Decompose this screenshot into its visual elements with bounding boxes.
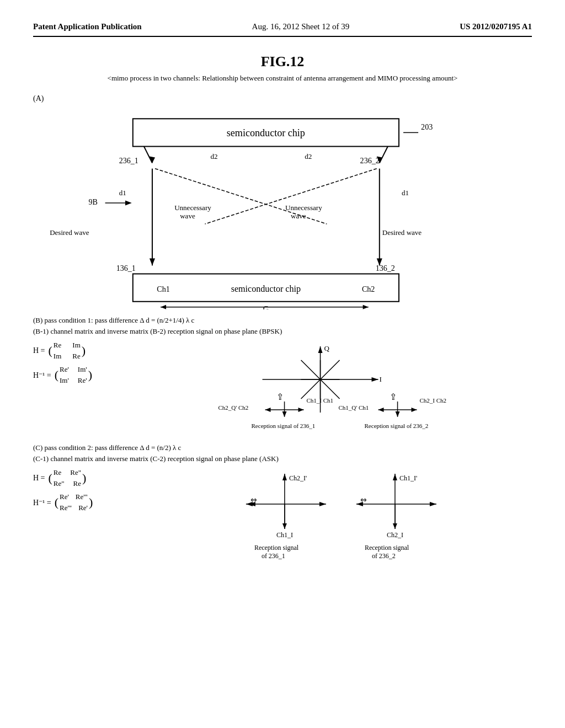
svg-text:wave: wave bbox=[291, 212, 306, 220]
svg-text:⇪: ⇪ bbox=[389, 392, 396, 402]
svg-text:Q: Q bbox=[324, 344, 329, 352]
svg-marker-58 bbox=[411, 408, 417, 412]
svg-text:semiconductor chip: semiconductor chip bbox=[227, 128, 305, 139]
svg-text:Ch2: Ch2 bbox=[362, 285, 375, 293]
header-right: US 2012/0207195 A1 bbox=[460, 22, 532, 31]
phase-diagram-b: Q I Ch2_Q' Ch2 bbox=[109, 341, 532, 437]
condition-b-text: (B) pass condition 1: pass difference Δ … bbox=[33, 315, 532, 326]
svg-text:Ch1_I: Ch1_I bbox=[276, 531, 293, 539]
svg-text:d1: d1 bbox=[402, 189, 409, 197]
section-b: (B) pass condition 1: pass difference Δ … bbox=[33, 315, 532, 336]
svg-marker-53 bbox=[282, 411, 286, 417]
header-center: Aug. 16, 2012 Sheet 12 of 39 bbox=[252, 22, 350, 31]
svg-marker-19 bbox=[150, 259, 155, 266]
svg-text:Ch2_Q' Ch2: Ch2_Q' Ch2 bbox=[218, 404, 248, 411]
svg-marker-79 bbox=[393, 474, 397, 480]
svg-text:wave: wave bbox=[180, 212, 195, 220]
svg-text:⇔: ⇔ bbox=[250, 495, 257, 504]
svg-marker-50 bbox=[265, 408, 270, 412]
condition-c-text: (C) pass condition 2: pass difference Δ … bbox=[33, 442, 532, 453]
svg-text:d1: d1 bbox=[119, 189, 126, 197]
svg-text:236_1: 236_1 bbox=[119, 156, 138, 165]
svg-text:Reception signal of 236_2: Reception signal of 236_2 bbox=[364, 422, 428, 429]
condition-b2-text: (B-1) channel matrix and inverse matrix … bbox=[33, 326, 532, 337]
h-matrix-content: Re Im Im Re bbox=[54, 341, 81, 361]
section-c: (C) pass condition 2: pass difference Δ … bbox=[33, 442, 532, 464]
phase-diagram-c: Ch2_I' ⇔ Ch1_I Ch1_I' bbox=[109, 468, 532, 572]
c-matrix-hinv: H⁻¹ = ( Re' Re'" Re'" Re' ) bbox=[33, 493, 93, 512]
svg-text:⇔: ⇔ bbox=[360, 495, 367, 504]
svg-text:Ch2_I Ch2: Ch2_I Ch2 bbox=[419, 397, 446, 404]
section-a-label: (A) bbox=[33, 94, 532, 103]
b-matrices: H = ( Re Im Im Re ) H⁻¹ = ( bbox=[33, 341, 92, 385]
svg-text:236_2: 236_2 bbox=[360, 156, 380, 165]
hinv-matrix-content: Re' Im' Im' Re' bbox=[60, 365, 87, 385]
svg-marker-60 bbox=[395, 411, 399, 417]
svg-text:Ch2_I: Ch2_I bbox=[387, 531, 403, 539]
svg-marker-39 bbox=[318, 346, 322, 353]
svg-text:of 236_2: of 236_2 bbox=[372, 552, 396, 560]
svg-marker-42 bbox=[371, 377, 378, 382]
svg-text:9B: 9B bbox=[88, 197, 97, 206]
svg-text:of 236_1: of 236_1 bbox=[262, 552, 285, 560]
svg-text:Ch1_I Ch1: Ch1_I Ch1 bbox=[306, 397, 333, 404]
c-h-matrix-content: Re Re" Re" Re bbox=[54, 468, 81, 488]
svg-text:Unnecessary: Unnecessary bbox=[174, 204, 211, 212]
svg-text:Reception signal: Reception signal bbox=[365, 544, 409, 552]
svg-text:d2: d2 bbox=[210, 152, 217, 160]
svg-marker-37 bbox=[363, 305, 369, 309]
c-hinv-matrix-content: Re' Re'" Re'" Re' bbox=[60, 493, 88, 512]
page-header: Patent Application Publication Aug. 16, … bbox=[33, 22, 532, 37]
svg-marker-76 bbox=[282, 523, 287, 529]
c-hinv-label: H⁻¹ = bbox=[33, 498, 51, 507]
fig-subtitle: <mimo process in two channels: Relations… bbox=[33, 73, 532, 83]
section-b-content: H = ( Re Im Im Re ) H⁻¹ = ( bbox=[33, 341, 532, 437]
svg-text:Ch1_Q' Ch1: Ch1_Q' Ch1 bbox=[338, 404, 369, 411]
hinv-label: H⁻¹ = bbox=[33, 371, 51, 380]
b-matrix-hinv: H⁻¹ = ( Re' Im' Im' Re' ) bbox=[33, 365, 92, 385]
svg-text:Desired wave: Desired wave bbox=[382, 228, 422, 237]
svg-text:⇪: ⇪ bbox=[276, 392, 283, 402]
svg-marker-86 bbox=[393, 523, 397, 529]
svg-marker-67 bbox=[282, 474, 287, 480]
condition-c2-text: (C-1) channel matrix and inverse matrix … bbox=[33, 453, 532, 464]
svg-marker-51 bbox=[298, 408, 303, 412]
c-matrix-h: H = ( Re Re" Re" Re ) bbox=[33, 468, 93, 488]
svg-text:136_1: 136_1 bbox=[116, 264, 136, 273]
svg-text:136_2: 136_2 bbox=[376, 264, 395, 273]
svg-text:I: I bbox=[379, 375, 381, 383]
svg-marker-84 bbox=[430, 502, 436, 506]
c-matrices: H = ( Re Re" Re" Re ) H⁻¹ = ( bbox=[33, 468, 93, 512]
b-matrix-h: H = ( Re Im Im Re ) bbox=[33, 341, 92, 361]
svg-text:Reception signal: Reception signal bbox=[254, 544, 299, 552]
section-c-content: H = ( Re Re" Re" Re ) H⁻¹ = ( bbox=[33, 468, 532, 572]
diagram-a: semiconductor chip 203 236_1 236_2 d2 d2… bbox=[33, 105, 532, 309]
svg-text:Ch1_I': Ch1_I' bbox=[399, 474, 417, 482]
svg-marker-36 bbox=[161, 305, 166, 309]
svg-text:Reception signal of 236_1: Reception signal of 236_1 bbox=[251, 422, 315, 429]
c-h-label: H = bbox=[33, 474, 45, 483]
svg-text:semiconductor chip: semiconductor chip bbox=[231, 284, 301, 294]
svg-text:d2: d2 bbox=[305, 152, 312, 160]
header-left: Patent Application Publication bbox=[33, 22, 142, 31]
page: Patent Application Publication Aug. 16, … bbox=[0, 0, 565, 728]
h-label: H = bbox=[33, 346, 45, 355]
svg-line-6 bbox=[144, 147, 152, 163]
svg-marker-57 bbox=[378, 408, 383, 412]
svg-text:Ch1: Ch1 bbox=[157, 285, 169, 293]
svg-line-8 bbox=[380, 147, 388, 163]
svg-text:Desired wave: Desired wave bbox=[50, 228, 89, 237]
svg-marker-73 bbox=[319, 502, 326, 506]
svg-text:Ch2_I': Ch2_I' bbox=[289, 474, 307, 482]
svg-text:203: 203 bbox=[421, 123, 433, 132]
fig-title: FIG.12 bbox=[33, 53, 532, 70]
svg-text:Unnecessary: Unnecessary bbox=[285, 204, 322, 212]
